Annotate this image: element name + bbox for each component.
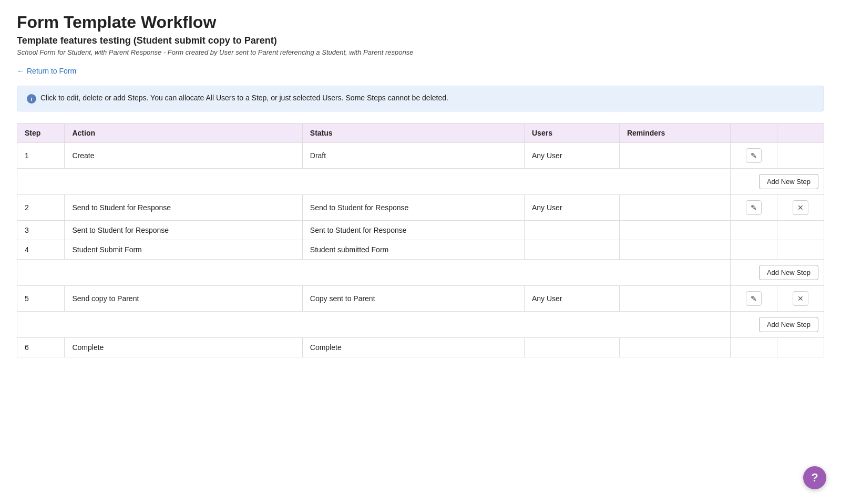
cell-users: Any User — [525, 195, 620, 221]
cell-edit: ✎ — [731, 286, 777, 312]
cell-action: Create — [65, 143, 302, 169]
cell-step: 6 — [17, 338, 65, 357]
edit-button[interactable]: ✎ — [746, 148, 762, 163]
cell-action: Student Submit Form — [65, 240, 302, 260]
cell-step: 5 — [17, 286, 65, 312]
table-row: 3 Sent to Student for Response Sent to S… — [17, 221, 824, 240]
cell-users — [525, 240, 620, 260]
add-step-cell: Add New Step — [731, 169, 824, 195]
add-step-spacer — [17, 312, 731, 338]
cell-action: Send to Student for Response — [65, 195, 302, 221]
table-row: 2 Send to Student for Response Send to S… — [17, 195, 824, 221]
table-row: 1 Create Draft Any User ✎ — [17, 143, 824, 169]
return-to-form-link[interactable]: ← Return to Form — [17, 67, 76, 75]
add-step-row: Add New Step — [17, 169, 824, 195]
cell-step: 1 — [17, 143, 65, 169]
cell-edit — [731, 240, 777, 260]
add-new-step-button[interactable]: Add New Step — [759, 317, 818, 332]
cell-status: Complete — [302, 338, 524, 357]
cell-reminders — [619, 338, 730, 357]
table-row: 6 Complete Complete — [17, 338, 824, 357]
cell-step: 3 — [17, 221, 65, 240]
cell-reminders — [619, 286, 730, 312]
cell-action: Sent to Student for Response — [65, 221, 302, 240]
cell-status: Copy sent to Parent — [302, 286, 524, 312]
add-step-spacer — [17, 260, 731, 286]
cell-edit: ✎ — [731, 195, 777, 221]
header-step: Step — [17, 124, 65, 143]
table-header-row: Step Action Status Users Reminders — [17, 124, 824, 143]
add-step-cell: Add New Step — [731, 260, 824, 286]
header-delete — [777, 124, 824, 143]
cell-delete — [777, 338, 824, 357]
add-new-step-button[interactable]: Add New Step — [759, 174, 818, 189]
cell-step: 4 — [17, 240, 65, 260]
delete-button[interactable]: ✕ — [793, 200, 808, 215]
add-step-row: Add New Step — [17, 312, 824, 338]
workflow-table: Step Action Status Users Reminders 1 Cre… — [17, 123, 824, 357]
add-step-row: Add New Step — [17, 260, 824, 286]
header-users: Users — [525, 124, 620, 143]
page-description: School Form for Student, with Parent Res… — [17, 48, 824, 56]
info-icon: i — [27, 94, 36, 104]
return-to-form-label: Return to Form — [27, 67, 76, 75]
delete-button[interactable]: ✕ — [793, 291, 808, 306]
info-message: Click to edit, delete or add Steps. You … — [40, 94, 448, 102]
edit-button[interactable]: ✎ — [746, 291, 762, 306]
cell-reminders — [619, 240, 730, 260]
cell-status: Draft — [302, 143, 524, 169]
edit-button[interactable]: ✎ — [746, 200, 762, 215]
cell-status: Send to Student for Response — [302, 195, 524, 221]
cell-status: Sent to Student for Response — [302, 221, 524, 240]
add-step-cell: Add New Step — [731, 312, 824, 338]
cell-edit: ✎ — [731, 143, 777, 169]
page-subtitle: Template features testing (Student submi… — [17, 35, 824, 46]
cell-status: Student submitted Form — [302, 240, 524, 260]
cell-edit — [731, 221, 777, 240]
cell-reminders — [619, 195, 730, 221]
info-box: i Click to edit, delete or add Steps. Yo… — [17, 86, 824, 111]
cell-users — [525, 338, 620, 357]
table-row: 4 Student Submit Form Student submitted … — [17, 240, 824, 260]
cell-delete: ✕ — [777, 286, 824, 312]
header-action: Action — [65, 124, 302, 143]
cell-step: 2 — [17, 195, 65, 221]
add-step-spacer — [17, 169, 731, 195]
header-reminders: Reminders — [619, 124, 730, 143]
cell-action: Send copy to Parent — [65, 286, 302, 312]
cell-edit — [731, 338, 777, 357]
cell-reminders — [619, 143, 730, 169]
cell-users — [525, 221, 620, 240]
cell-action: Complete — [65, 338, 302, 357]
cell-delete — [777, 221, 824, 240]
table-row: 5 Send copy to Parent Copy sent to Paren… — [17, 286, 824, 312]
add-new-step-button[interactable]: Add New Step — [759, 265, 818, 280]
cell-delete — [777, 240, 824, 260]
cell-delete — [777, 143, 824, 169]
cell-delete: ✕ — [777, 195, 824, 221]
cell-users: Any User — [525, 143, 620, 169]
header-edit — [731, 124, 777, 143]
header-status: Status — [302, 124, 524, 143]
return-arrow-icon: ← — [17, 67, 24, 75]
cell-reminders — [619, 221, 730, 240]
cell-users: Any User — [525, 286, 620, 312]
page-title: Form Template Workflow — [17, 13, 824, 32]
